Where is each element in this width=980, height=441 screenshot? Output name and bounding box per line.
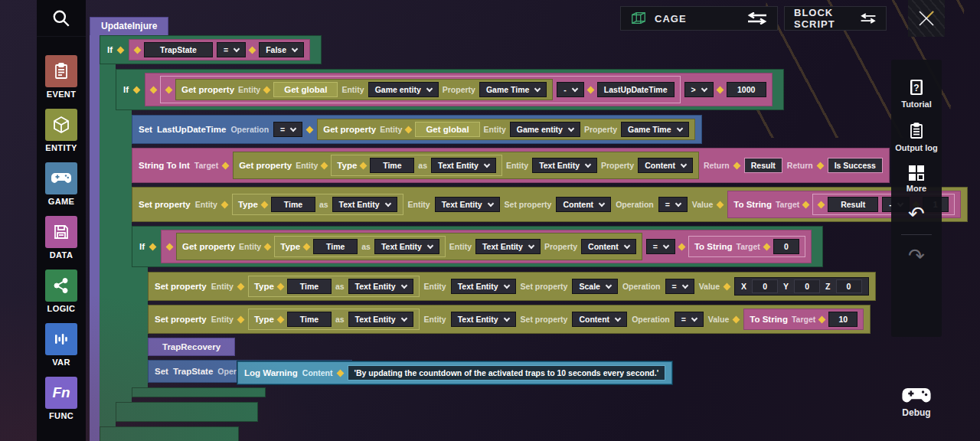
dropdown[interactable]: Content (572, 312, 627, 327)
value-field[interactable]: Time (313, 239, 358, 254)
more-button[interactable]: More (906, 165, 926, 193)
dropdown[interactable]: Content (556, 197, 611, 212)
string-to-int-block[interactable]: String To IntTargetGet propertyEntityTyp… (132, 148, 890, 183)
nested-block[interactable]: TypeTimeasText Entity (248, 276, 420, 297)
dropdown[interactable]: = (646, 239, 675, 254)
value-field[interactable]: Is Success (828, 158, 883, 173)
nested-block[interactable]: TypeTimeasText Entity (232, 194, 403, 215)
set-lastupdatetime-block[interactable]: SetLastUpDateTimeOperation=Get propertyE… (132, 115, 702, 144)
nested-block[interactable]: TypeTimeasText Entity (248, 309, 420, 330)
connector-diamond-icon (237, 283, 244, 290)
set-content-block[interactable]: Set propertyEntityTypeTimeasText EntityE… (148, 305, 871, 334)
dropdown[interactable]: Text Entity (348, 279, 413, 294)
dropdown[interactable]: Text Entity (532, 158, 597, 173)
value-field[interactable]: Result (828, 197, 878, 212)
value-field[interactable]: 0 (773, 239, 799, 254)
value-field[interactable]: Time (370, 158, 414, 173)
axis-value[interactable]: 0 (836, 279, 862, 293)
dropdown[interactable]: False (259, 42, 304, 57)
dropdown[interactable]: Game entity (368, 82, 439, 97)
value-field[interactable]: 'By updating the countdown of the activa… (348, 365, 666, 381)
dropdown[interactable]: = (665, 279, 694, 294)
nested-block[interactable]: Get propertyEntityGet globalEntityGame e… (175, 79, 553, 100)
value-field[interactable]: Result (744, 158, 782, 173)
value-field[interactable]: Time (271, 197, 315, 212)
dropdown[interactable]: Text Entity (348, 312, 413, 327)
redo-button[interactable]: ↷ (908, 248, 925, 263)
param-label: Value (692, 200, 713, 209)
script-canvas[interactable]: UpdateInjure IfTrapState=FalseIfGet prop… (86, 0, 980, 441)
dropdown[interactable]: = (217, 42, 246, 57)
nested-block[interactable]: To StringTarget10 (743, 309, 864, 330)
nested-block[interactable]: Get propertyEntityGet globalEntityGame e… (160, 76, 680, 103)
dropdown[interactable]: Text Entity (374, 239, 439, 254)
param-label: Entity (506, 161, 528, 170)
sidebar-item-game[interactable]: GAME (45, 162, 77, 206)
dropdown[interactable]: Game Time (621, 122, 688, 137)
dropdown[interactable]: = (675, 312, 704, 327)
output-log-button[interactable]: Output log (895, 122, 938, 152)
dropdown[interactable]: Text Entity (451, 279, 516, 294)
sidebar-item-data[interactable]: DATA (45, 216, 77, 260)
nested-block[interactable]: TypeTimeasText Entity (331, 155, 502, 176)
dropdown[interactable]: Content (638, 158, 693, 173)
dropdown[interactable]: Text Entity (435, 197, 500, 212)
sidebar-item-event[interactable]: EVENT (45, 55, 77, 99)
param-label: Property (544, 242, 577, 251)
dropdown[interactable]: Text Entity (431, 158, 496, 173)
value-field[interactable]: 10 (828, 312, 858, 327)
nested-block[interactable]: To StringTarget0 (688, 236, 805, 257)
dropdown[interactable]: Text Entity (332, 197, 397, 212)
nested-block[interactable]: Get global (415, 122, 479, 137)
sidebar-item-logic[interactable]: LOGIC (45, 270, 77, 313)
if-header[interactable]: IfTrapState=False (100, 35, 322, 64)
close-button[interactable] (908, 0, 945, 37)
nested-block[interactable]: Get propertyEntityGet globalEntityGame e… (145, 73, 773, 106)
function-tab[interactable]: UpdateInjure (90, 17, 168, 35)
dropdown[interactable]: Text Entity (451, 312, 516, 327)
log-warning-block[interactable]: Log WarningContent'By updating the count… (237, 361, 672, 384)
debug-button[interactable]: Debug (893, 386, 940, 418)
chevron-down-icon (615, 315, 621, 321)
if-header[interactable]: IfGet propertyEntityTypeTimeasText Entit… (132, 226, 823, 267)
value-field[interactable]: Time (287, 279, 332, 294)
vector-field[interactable]: X0Y0Z0 (734, 277, 868, 296)
dropdown[interactable]: Scale (572, 279, 617, 294)
set-countdown-block[interactable]: Set propertyEntityTypeTimeasText EntityE… (132, 187, 968, 222)
tutorial-button[interactable]: ? Tutorial (901, 78, 932, 109)
value-field[interactable]: LastUpDateTime (597, 82, 675, 97)
dropdown[interactable]: Text Entity (475, 239, 541, 254)
block-script-button[interactable]: BLOCK SCRIPT (784, 6, 887, 31)
if-header[interactable]: IfGet propertyEntityGet globalEntityGame… (116, 69, 784, 110)
axis-value[interactable]: 0 (752, 279, 778, 293)
dropdown[interactable]: Game Time (479, 82, 547, 97)
param-label: Entity (296, 161, 318, 170)
nested-block[interactable]: Get propertyEntityTypeTimeasText EntityE… (176, 233, 642, 260)
axis-value[interactable]: 0 (794, 279, 820, 293)
nested-block[interactable]: Get propertyEntityTypeTimeasText EntityE… (233, 152, 699, 179)
cage-mode-button[interactable]: CAGE (620, 6, 778, 31)
sidebar-item-func[interactable]: Fn FUNC (45, 377, 77, 420)
search-button[interactable] (37, 0, 86, 37)
dropdown[interactable]: = (273, 122, 302, 137)
sidebar-item-var[interactable]: VAR (45, 323, 77, 367)
set-scale-block[interactable]: Set propertyEntityTypeTimeasText EntityE… (148, 272, 876, 301)
undo-button[interactable]: ↶ (908, 206, 925, 221)
dropdown[interactable]: - (557, 82, 584, 97)
value-field[interactable]: Time (287, 312, 332, 327)
dropdown[interactable]: = (658, 197, 688, 212)
nested-block[interactable]: Get propertyEntityGet globalEntityGame e… (317, 119, 694, 140)
nested-block[interactable]: Get global (273, 82, 338, 97)
chevron-down-icon (384, 200, 390, 206)
nested-block[interactable]: TrapState=False (129, 39, 310, 60)
chevron-down-icon (400, 315, 407, 321)
nested-block[interactable]: TypeTimeasText Entity (274, 236, 446, 257)
sidebar-item-entity[interactable]: ENTITY (45, 109, 77, 152)
trap-recovery-block[interactable]: TrapRecovery (148, 338, 235, 356)
dropdown[interactable]: Content (581, 239, 636, 254)
dropdown[interactable]: Game entity (510, 122, 580, 137)
value-field[interactable]: TrapState (144, 42, 213, 57)
value-field[interactable]: 1000 (727, 82, 766, 97)
nested-block[interactable]: Get propertyEntityTypeTimeasText EntityE… (161, 230, 812, 263)
dropdown[interactable]: > (684, 82, 714, 97)
